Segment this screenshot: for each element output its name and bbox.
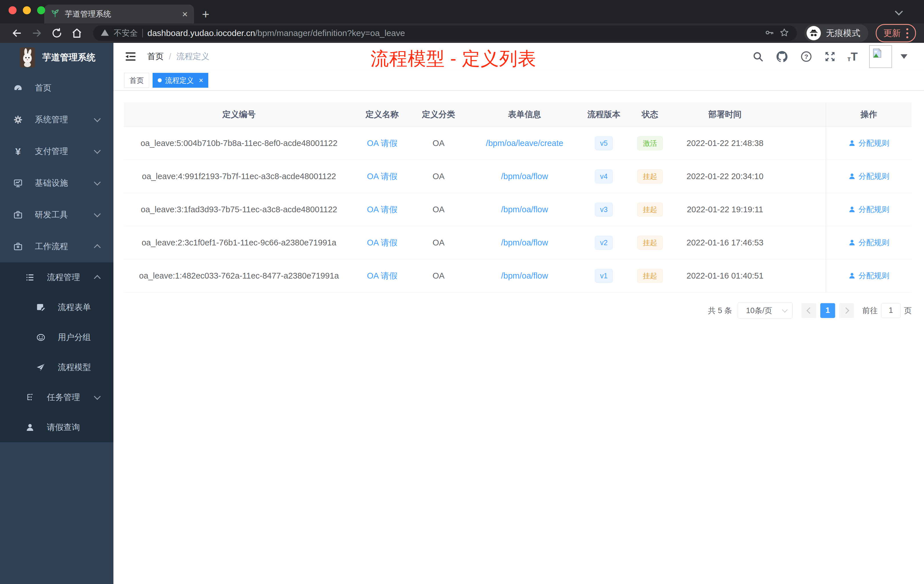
sidebar-item-process-mgmt[interactable]: 流程管理 xyxy=(0,262,114,292)
sidebar-logo[interactable]: 芋道管理系统 xyxy=(0,43,114,72)
back-button[interactable] xyxy=(8,27,26,39)
sidebar-item-process-model[interactable]: 流程模型 xyxy=(0,352,114,382)
close-window-button[interactable] xyxy=(8,6,16,14)
col-definition-name: 定义名称 xyxy=(354,102,410,127)
assign-rule-link[interactable]: 分配规则 xyxy=(848,204,889,214)
security-label[interactable]: 不安全 xyxy=(114,28,138,39)
sidebar-item-workflow[interactable]: 工作流程 xyxy=(0,231,114,262)
annotation-text: 流程模型 - 定义列表 xyxy=(371,46,536,71)
col-form-info: 表单信息 xyxy=(467,102,582,127)
password-key-icon[interactable] xyxy=(764,27,775,39)
tab-close-icon[interactable]: × xyxy=(182,9,188,19)
tag-close-icon[interactable]: × xyxy=(199,77,203,84)
toolbox-icon xyxy=(13,210,23,220)
prev-page-button[interactable] xyxy=(802,303,816,318)
yen-icon: ¥ xyxy=(13,147,23,156)
sidebar-item-system[interactable]: 系统管理 xyxy=(0,104,114,135)
assign-rule-link[interactable]: 分配规则 xyxy=(848,271,889,281)
assign-rule-link[interactable]: 分配规则 xyxy=(848,138,889,148)
sidebar-item-home[interactable]: 首页 xyxy=(0,72,114,104)
main-area: 首页 / 流程定义 流程模型 - 定义列表 ? xyxy=(114,43,924,584)
definition-name-link[interactable]: OA 请假 xyxy=(367,271,397,280)
page-header: 首页 / 流程定义 流程模型 - 定义列表 ? xyxy=(114,43,924,70)
sidebar-item-infra[interactable]: 基础设施 xyxy=(0,167,114,199)
sidebar-item-process-form[interactable]: 流程表单 xyxy=(0,292,114,322)
flow-tree-icon xyxy=(25,393,35,402)
tab-search-icon[interactable] xyxy=(896,8,903,16)
app-title: 芋道管理系统 xyxy=(42,51,96,63)
tag-process-definition[interactable]: 流程定义 × xyxy=(153,73,208,88)
goto-page-input[interactable] xyxy=(881,303,901,318)
definition-name-link[interactable]: OA 请假 xyxy=(367,238,397,247)
definition-id: oa_leave:3:1fad3d93-7b75-11ec-a3c8-acde4… xyxy=(124,193,354,226)
gear-icon xyxy=(13,115,23,125)
home-button[interactable] xyxy=(68,27,86,39)
definition-name-link[interactable]: OA 请假 xyxy=(367,205,397,214)
new-tab-button[interactable]: + xyxy=(202,8,210,21)
maximize-window-button[interactable] xyxy=(37,6,45,14)
workflow-submenu: 流程管理 流程表单 用户分组 xyxy=(0,262,114,442)
sidebar-item-leave-query[interactable]: 请假查询 xyxy=(0,412,114,442)
font-size-icon[interactable]: тT xyxy=(847,51,858,62)
security-warning-icon[interactable] xyxy=(101,28,109,38)
col-definition-id: 定义编号 xyxy=(124,102,354,127)
pagination: 共 5 条 10条/页 1 前往 页 xyxy=(124,302,912,318)
sidebar-item-task-mgmt[interactable]: 任务管理 xyxy=(0,382,114,412)
page-unit-label: 页 xyxy=(904,305,912,316)
svg-text:?: ? xyxy=(804,53,808,60)
form-link[interactable]: /bpm/oa/flow xyxy=(501,205,548,214)
sidebar-item-devtools[interactable]: 研发工具 xyxy=(0,199,114,231)
deploy-time: 2022-01-16 01:40:51 xyxy=(674,259,776,292)
minimize-window-button[interactable] xyxy=(23,6,31,14)
form-link[interactable]: /bpm/oa/flow xyxy=(501,238,548,247)
breadcrumb-home[interactable]: 首页 xyxy=(147,51,164,62)
forward-button[interactable] xyxy=(28,27,46,39)
browser-update-button[interactable]: 更新 xyxy=(876,24,916,42)
tab-title: 芋道管理系统 xyxy=(65,9,177,19)
browser-menu-icon[interactable] xyxy=(906,28,908,38)
assign-rule-link[interactable]: 分配规则 xyxy=(848,238,889,248)
form-link[interactable]: /bpm/oa/flow xyxy=(501,271,548,280)
definition-name-link[interactable]: OA 请假 xyxy=(367,139,397,148)
user-icon xyxy=(848,139,856,147)
status-badge: 激活 xyxy=(637,136,663,150)
form-link[interactable]: /bpm/oa/leave/create xyxy=(486,139,563,148)
deploy-time: 2022-01-22 21:48:38 xyxy=(674,127,776,160)
bookmark-star-icon[interactable] xyxy=(779,27,789,39)
sidebar-collapse-icon[interactable] xyxy=(124,51,137,62)
deploy-time: 2022-01-16 17:46:53 xyxy=(674,226,776,259)
sidebar: 芋道管理系统 首页 系统管理 ¥ 支付管理 xyxy=(0,43,114,584)
browser-tabstrip: 芋道管理系统 × + xyxy=(0,0,924,23)
list-tree-icon xyxy=(25,273,35,282)
fullscreen-icon[interactable] xyxy=(824,51,836,63)
form-link[interactable]: /bpm/oa/flow xyxy=(501,172,548,181)
help-icon[interactable]: ? xyxy=(800,50,813,63)
next-page-button[interactable] xyxy=(839,303,854,318)
address-bar[interactable]: 不安全 dashboard.yudao.iocoder.cn/bpm/manag… xyxy=(93,25,797,41)
browser-tab[interactable]: 芋道管理系统 × xyxy=(44,5,194,23)
col-actions: 操作 xyxy=(826,102,912,127)
definition-name-link[interactable]: OA 请假 xyxy=(367,172,397,181)
page-size-select[interactable]: 10条/页 xyxy=(738,302,792,318)
window-controls[interactable] xyxy=(8,6,45,14)
url-text[interactable]: dashboard.yudao.iocoder.cn/bpm/manager/d… xyxy=(147,28,405,38)
reload-button[interactable] xyxy=(48,27,66,39)
user-avatar[interactable] xyxy=(869,45,892,68)
chevron-down-icon xyxy=(94,147,101,154)
assign-rule-link[interactable]: 分配规则 xyxy=(848,171,889,181)
sidebar-item-payment[interactable]: ¥ 支付管理 xyxy=(0,135,114,167)
breadcrumb: 首页 / 流程定义 xyxy=(147,51,210,62)
logo-avatar xyxy=(20,48,35,68)
sidebar-item-user-group[interactable]: 用户分组 xyxy=(0,322,114,352)
avatar-caret-icon[interactable] xyxy=(901,54,908,59)
github-icon[interactable] xyxy=(776,50,789,63)
definition-category: OA xyxy=(410,193,467,226)
page-1-button[interactable]: 1 xyxy=(820,303,835,318)
definition-category: OA xyxy=(410,160,467,193)
table-header-row: 定义编号 定义名称 定义分类 表单信息 流程版本 状态 部署时间 操作 xyxy=(124,102,912,127)
definition-id: oa_leave:5:004b710b-7b8a-11ec-8ef0-acde4… xyxy=(124,127,354,160)
chevron-down-icon xyxy=(94,178,101,185)
tag-home[interactable]: 首页 xyxy=(124,73,149,88)
user-icon xyxy=(848,206,856,213)
search-icon[interactable] xyxy=(752,51,764,63)
